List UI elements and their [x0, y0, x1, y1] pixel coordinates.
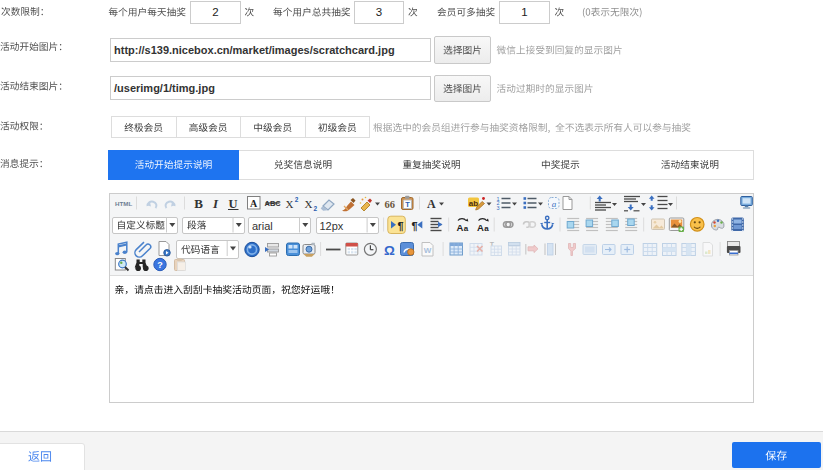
svg-text:a: a — [484, 224, 489, 233]
svg-text:Ω: Ω — [384, 243, 395, 258]
svg-text:X: X — [286, 198, 294, 210]
svg-text:U: U — [228, 197, 237, 211]
svg-text:a: a — [464, 224, 469, 233]
svg-text:¶: ¶ — [411, 220, 417, 232]
svg-text:?: ? — [157, 260, 163, 270]
svg-text:2: 2 — [313, 205, 317, 212]
svg-text:A: A — [477, 222, 484, 233]
svg-text:A: A — [250, 198, 258, 209]
svg-text:W: W — [424, 246, 432, 255]
svg-text:A: A — [457, 222, 464, 233]
svg-text:T: T — [405, 200, 410, 209]
svg-text:3: 3 — [496, 205, 499, 211]
svg-text:a: a — [552, 199, 557, 209]
svg-text:X: X — [305, 198, 313, 210]
svg-text:A: A — [427, 197, 436, 211]
svg-text:I: I — [212, 196, 219, 211]
svg-text:B: B — [194, 196, 203, 211]
svg-text:ab: ab — [469, 199, 478, 208]
svg-text:¶: ¶ — [397, 220, 403, 232]
svg-text:HTML: HTML — [115, 200, 132, 207]
svg-text:66: 66 — [384, 199, 395, 210]
svg-text:2: 2 — [295, 196, 299, 203]
